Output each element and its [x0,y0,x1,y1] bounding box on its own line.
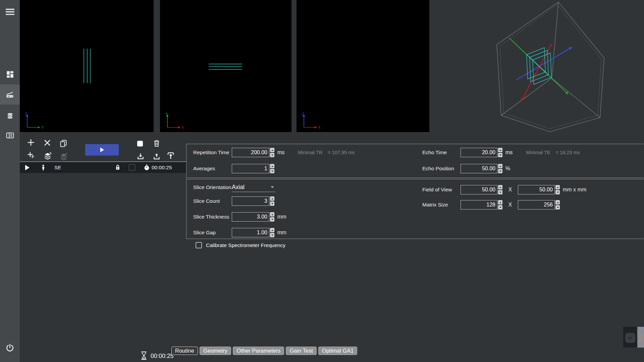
upload-button[interactable] [153,153,161,161]
slice-gap-spinner[interactable] [270,228,274,237]
geometry-group: Slice Orientation Axial Slice Count 3 Sl… [186,179,644,239]
viewport-3d[interactable] [429,0,644,154]
fov-y-input[interactable]: 50.00 [518,185,555,194]
matrix-y-spinner[interactable] [555,200,560,209]
slice-thickness-row: Slice Thickness 3.00 mm [193,212,286,222]
repetition-time-label: Repetition Time [193,149,232,156]
cube-edge [552,2,558,78]
upload-top-icon [166,151,175,160]
slice-thickness-input[interactable]: 3.00 [232,212,269,222]
duplicate-scan-button[interactable] [59,139,67,147]
echo-time-row: Echo Time 20.00 ms Minimal TE = 18.23 ms [422,147,580,158]
slice-gap-label: Slice Gap [193,230,232,236]
svg-text:P: P [32,155,34,159]
scanner-icon [5,90,14,99]
averages-row: Averages 1 [193,164,274,174]
hourglass-icon [141,351,147,361]
slice-count-row: Slice Count 3 [193,196,274,206]
repetition-time-input[interactable]: 200.00 [232,148,269,157]
run-scan-button[interactable] [85,144,119,156]
averages-spinner[interactable] [270,164,274,173]
echo-time-input[interactable]: 20.00 [461,148,497,157]
lock-icon[interactable] [114,162,121,173]
echo-position-spinner[interactable] [498,164,502,173]
slice-gap-row: Slice Gap 1.00 mm [193,228,286,238]
feedback-icon[interactable] [625,333,635,343]
upload-to-top-button[interactable] [166,151,174,159]
sidebar-item-registration[interactable] [0,125,20,145]
download-button[interactable] [137,153,145,161]
power-button[interactable] [0,338,20,358]
slice-line [84,49,84,83]
fov-y-spinner[interactable] [555,185,560,194]
axis-indicator: Y X [162,112,186,131]
sequence-row[interactable]: SE 00:00:25 [20,162,186,173]
tab-other-parameters[interactable]: Other Parameters [233,347,284,355]
stack-scans-disabled-button [59,152,67,160]
delete-scan-button[interactable] [153,139,161,147]
slice-line [209,66,242,67]
sequence-play-icon[interactable] [25,162,30,173]
sidebar-item-scanner[interactable] [0,84,20,105]
fov-x-spinner[interactable] [498,185,502,194]
subject-icon [40,162,47,173]
matrix-x-spinner[interactable] [498,200,502,209]
checkbox-unchecked-icon[interactable] [196,242,202,248]
sequence-name: SE [54,162,61,173]
plus-icon [27,138,35,146]
echo-position-input[interactable]: 50.00 [461,164,497,173]
slice-thickness-spinner[interactable] [270,212,274,222]
download-icon [137,153,145,161]
fov-separator: X [502,187,518,193]
echo-position-label: Echo Position [422,166,461,172]
dot-icon [640,339,641,341]
matrix-y-input[interactable]: 256 [518,200,555,209]
stop-scan-button[interactable] [137,141,143,146]
remove-scan-button[interactable] [43,139,51,147]
stack-scans-button[interactable] [43,152,51,160]
slice-line [209,64,242,64]
slice-orientation-select[interactable]: Axial [232,183,275,192]
viewport-sagittal[interactable]: Z X [297,0,429,132]
slice-gap-input[interactable]: 1.00 [232,228,269,237]
upload-icon [153,153,161,161]
dot-icon [640,335,641,336]
slice-count-input[interactable]: 3 [232,196,269,206]
minimal-tr-hint: Minimal TR = 107.95 ms [298,150,355,155]
tab-geometry[interactable]: Geometry [200,347,231,355]
selection-box-icon[interactable] [129,162,135,173]
mri-console-app: Z Y Y X Z X [0,0,644,362]
echo-time-spinner[interactable] [498,148,502,157]
tab-optimal-ga1[interactable]: Optimal GA1 [318,347,357,355]
tab-routine[interactable]: Routine [171,347,198,355]
echo-time-unit: ms [505,149,513,156]
chevron-down-icon [271,186,274,188]
sidebar-item-dashboard[interactable] [0,64,20,84]
stopwatch-icon [143,162,150,173]
database-icon [6,112,14,120]
parameter-tabs: Routine Geometry Other Parameters Gain T… [171,347,357,355]
tab-gain-test[interactable]: Gain Test [286,347,316,355]
axis-indicator: Z Y [22,112,46,131]
repetition-time-spinner[interactable] [270,148,274,157]
averages-input[interactable]: 1 [232,164,269,173]
add-scan-button[interactable] [27,138,35,146]
averages-label: Averages [193,166,232,172]
slice-count-spinner[interactable] [270,196,274,206]
plus-p-icon: P [27,151,35,159]
matrix-size-row: Matrix Size 128 X 256 [422,200,560,210]
calibrate-frequency-option[interactable]: Calibrate Spectrometer Frequency [196,242,285,248]
close-icon [43,139,51,147]
slice-orientation-row: Slice Orientation Axial [193,182,275,192]
feedback-widget[interactable] [623,327,637,348]
fov-x-input[interactable]: 50.00 [461,185,497,194]
viewport-coronal[interactable]: Z Y [20,0,154,132]
viewport-axial[interactable]: Y X [160,0,291,132]
feedback-handle[interactable] [637,327,644,348]
sidebar-item-database[interactable] [0,106,20,126]
menu-button[interactable] [0,2,20,22]
matrix-x-input[interactable]: 128 [461,200,497,209]
dot-icon [640,337,641,338]
add-protocol-button[interactable]: P [27,151,35,159]
trash-icon [153,139,161,147]
